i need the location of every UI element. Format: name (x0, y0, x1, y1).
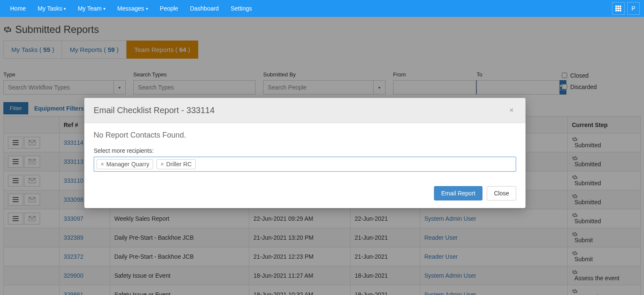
nav-left: HomeMy Tasks▾My Team▾Messages▾PeopleDash… (4, 0, 258, 17)
nav-item-my-tasks[interactable]: My Tasks▾ (32, 0, 72, 17)
svg-rect-4 (617, 8, 619, 9)
close-button[interactable]: Close (487, 186, 516, 200)
svg-rect-3 (615, 8, 617, 9)
select-recipients-label: Select more recipients: (94, 147, 516, 154)
navbar: HomeMy Tasks▾My Team▾Messages▾PeopleDash… (0, 0, 644, 17)
close-icon: × (509, 106, 514, 114)
nav-item-settings[interactable]: Settings (225, 0, 258, 17)
chevron-down-icon: ▾ (103, 6, 105, 11)
chevron-down-icon: ▾ (64, 6, 66, 11)
svg-rect-2 (620, 5, 621, 7)
chip-label: Manager Quarry (106, 161, 149, 168)
user-initial: P (631, 5, 635, 12)
svg-rect-1 (617, 5, 619, 7)
grid-icon (615, 5, 621, 11)
svg-rect-0 (615, 5, 617, 7)
nav-item-messages[interactable]: Messages▾ (111, 0, 154, 17)
nav-item-my-team[interactable]: My Team▾ (72, 0, 111, 17)
chip-label: Driller RC (166, 161, 192, 168)
svg-rect-8 (620, 10, 621, 11)
modal-title: Email Checklist Report - 333114 (94, 106, 215, 115)
nav-right: P (612, 2, 640, 15)
remove-chip-icon[interactable]: ✕ (100, 162, 104, 167)
modal-close-button[interactable]: × (507, 106, 516, 115)
chevron-down-icon: ▾ (146, 6, 148, 11)
user-menu-button[interactable]: P (627, 2, 640, 15)
svg-rect-7 (617, 10, 619, 11)
email-report-modal: Email Checklist Report - 333114 × No Rep… (84, 98, 525, 208)
svg-rect-5 (620, 8, 621, 9)
recipient-chip: ✕Manager Quarry (97, 159, 153, 169)
svg-rect-6 (615, 10, 617, 11)
modal-header: Email Checklist Report - 333114 × (84, 98, 525, 123)
recipients-input[interactable]: ✕Manager Quarry✕Driller RC (94, 157, 516, 172)
nav-item-home[interactable]: Home (4, 0, 32, 17)
email-report-button[interactable]: Email Report (434, 186, 482, 200)
no-contacts-message: No Report Contacts Found. (94, 131, 516, 140)
nav-item-people[interactable]: People (154, 0, 184, 17)
remove-chip-icon[interactable]: ✕ (160, 162, 164, 167)
nav-item-dashboard[interactable]: Dashboard (184, 0, 225, 17)
modal-body: No Report Contacts Found. Select more re… (84, 123, 525, 182)
grid-apps-button[interactable] (612, 2, 625, 15)
recipient-chip: ✕Driller RC (156, 159, 196, 169)
modal-footer: Email Report Close (84, 182, 525, 208)
